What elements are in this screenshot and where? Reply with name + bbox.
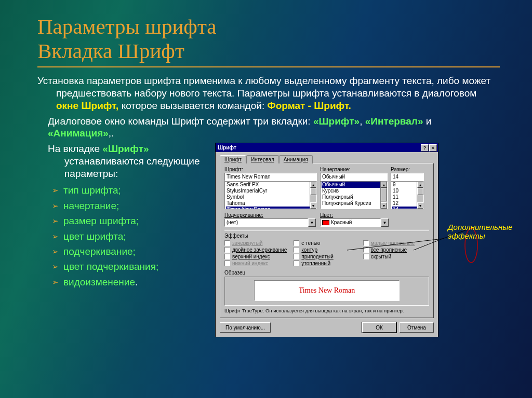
checkbox-outline[interactable]: контур <box>294 246 360 253</box>
paragraph-1: Установка параметров шрифта применима к … <box>37 75 500 112</box>
list-item: видоизменение. <box>52 275 210 290</box>
list-item: тип шрифта; <box>52 183 210 198</box>
cancel-button[interactable]: Отмена <box>400 322 434 333</box>
list-item: цвет шрифта; <box>52 229 210 244</box>
callout-label: Дополнительныеэффекты <box>448 223 513 240</box>
scrollbar[interactable]: ▲▼ <box>310 182 316 209</box>
style-input[interactable]: Обычный <box>320 173 388 181</box>
paragraph-3: На вкладке «Шрифт» устанавливаются следу… <box>37 143 210 180</box>
font-listbox[interactable]: Sans Serif PX StylusImperialCyr Symbol T… <box>224 181 317 209</box>
style-label: Начертание: <box>320 167 388 172</box>
checkbox-hidden[interactable]: скрытый <box>363 253 429 260</box>
tab-animation[interactable]: Анимация <box>279 155 313 163</box>
color-swatch <box>322 220 329 225</box>
list-item: Symbol <box>226 194 315 200</box>
size-label: Размер: <box>391 167 424 172</box>
bullet-list: тип шрифта; начертание; размер шрифта; ц… <box>37 183 210 290</box>
checkbox-superscript[interactable]: верхний индекс <box>224 253 290 260</box>
dialog-titlebar[interactable]: Шрифт ? × <box>216 143 438 152</box>
sample-label: Образец <box>224 270 429 276</box>
sample-text: Times New Roman <box>299 286 355 295</box>
checkbox-emboss[interactable]: приподнятый <box>294 253 360 260</box>
checkbox-allcaps[interactable]: все прописные <box>363 246 429 253</box>
style-listbox[interactable]: Обычный Курсив Полужирный Полужирный Кур… <box>320 181 388 209</box>
effects-label: Эффекты <box>224 233 429 239</box>
list-item: подчеркивание; <box>52 244 210 259</box>
checkbox-strikethrough[interactable]: зачеркнутый <box>224 240 290 246</box>
font-input[interactable]: Times New Roman <box>224 173 317 181</box>
list-item: цвет подчеркивания; <box>52 259 210 274</box>
font-label: Шрифт: <box>224 167 317 172</box>
dialog-tabs: Шрифт Интервал Анимация <box>220 155 434 163</box>
checkbox-double-strike[interactable]: двойное зачеркивание <box>224 246 290 253</box>
slide-title: Параметры шрифта Вкладка Шрифт <box>37 15 500 63</box>
list-item: Курсив <box>322 188 386 194</box>
underline-label: Подчеркивание: <box>224 212 316 218</box>
list-item: Обычный <box>322 182 386 188</box>
ok-button[interactable]: ОК <box>362 322 396 333</box>
checkbox-shadow[interactable]: с тенью <box>294 240 360 246</box>
tab-font[interactable]: Шрифт <box>220 155 246 163</box>
dialog-title: Шрифт <box>218 145 236 150</box>
scrollbar[interactable]: ▲▼ <box>380 182 387 209</box>
color-label: Цвет: <box>320 212 389 218</box>
chevron-down-icon: ▼ <box>381 218 389 227</box>
effects-group: зачеркнутый двойное зачеркивание верхний… <box>224 240 429 267</box>
list-item: Sans Serif PX <box>226 182 315 188</box>
scrollbar[interactable]: ▲▼ <box>417 182 423 209</box>
list-item: начертание; <box>52 198 210 213</box>
close-icon[interactable]: × <box>429 144 437 152</box>
underline-combo[interactable]: (нет) ▼ <box>224 218 316 227</box>
default-button[interactable]: По умолчанию... <box>220 322 271 333</box>
size-input[interactable]: 14 <box>391 173 424 181</box>
font-dialog: Шрифт ? × Шрифт Интервал Анимация Шриф <box>215 143 438 337</box>
checkbox-engrave[interactable]: утопленный <box>294 260 360 267</box>
color-combo[interactable]: Красный ▼ <box>320 218 389 227</box>
list-item: Times New Roman <box>226 207 315 209</box>
tab-interval[interactable]: Интервал <box>246 155 279 163</box>
title-underline <box>37 66 500 67</box>
sample-box: Times New Roman <box>224 277 429 306</box>
checkbox-subscript[interactable]: нижний индекс <box>224 260 290 267</box>
checkbox-smallcaps[interactable]: малые прописные <box>363 240 429 246</box>
chevron-down-icon: ▼ <box>308 218 316 227</box>
list-item: размер шрифта; <box>52 213 210 228</box>
list-item: Полужирный <box>322 194 386 200</box>
list-item: Полужирный Курсив <box>322 200 386 207</box>
list-item: StylusImperialCyr <box>226 188 315 194</box>
list-item: Tahoma <box>226 200 315 207</box>
hint-text: Шрифт TrueType. Он используется для выво… <box>224 308 429 313</box>
size-listbox[interactable]: 9 10 11 12 14 ▲▼ <box>391 181 424 209</box>
help-icon[interactable]: ? <box>421 144 429 152</box>
dialog-wrap: Шрифт ? × Шрифт Интервал Анимация Шриф <box>215 143 438 337</box>
paragraph-2: Диалоговое окно команды Шрифт содержит т… <box>37 115 500 140</box>
